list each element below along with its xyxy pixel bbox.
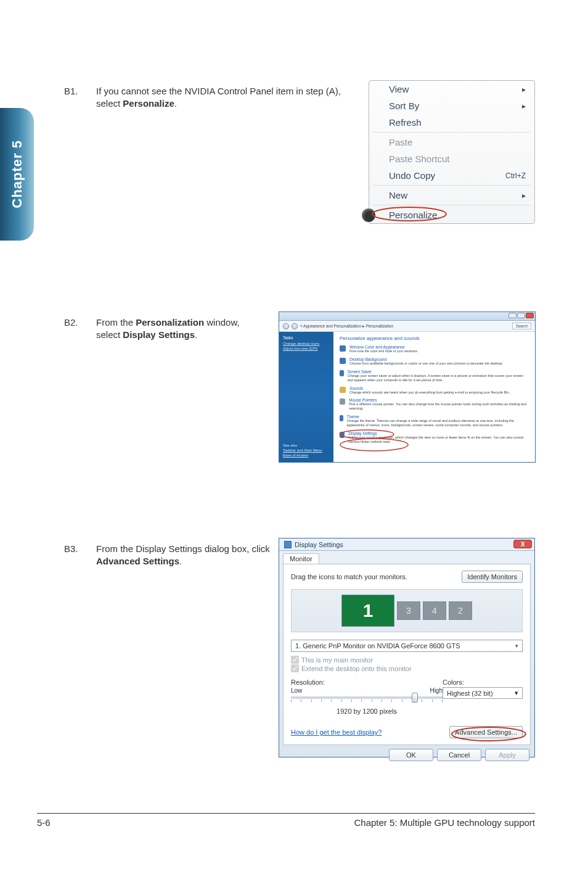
- mouse-pointers-icon: [340, 398, 345, 405]
- monitor-4-icon[interactable]: 4: [423, 601, 446, 620]
- submenu-arrow-icon: ▸: [522, 191, 526, 200]
- ctx-new[interactable]: New▸: [369, 187, 534, 204]
- ctx-refresh[interactable]: Refresh: [369, 114, 534, 131]
- pers-item-window-color[interactable]: Window Color and AppearanceFine tune the…: [340, 345, 529, 353]
- close-button[interactable]: X: [513, 540, 532, 548]
- submenu-arrow-icon: ▸: [522, 85, 526, 94]
- step-b3-num: B3.: [64, 543, 96, 568]
- sidebar-tasks-header: Tasks: [283, 336, 330, 340]
- personalization-main: Personalize appearance and sounds Window…: [333, 332, 535, 462]
- ctx-separator: [373, 132, 531, 133]
- tab-monitor[interactable]: Monitor: [283, 553, 319, 564]
- display-settings-icon: [340, 432, 345, 438]
- ctx-separator: [373, 185, 531, 186]
- pers-item-desktop-background[interactable]: Desktop BackgroundChoose from available …: [340, 357, 529, 366]
- ok-button[interactable]: OK: [389, 749, 433, 761]
- monitor-select-dropdown[interactable]: 1. Generic PnP Monitor on NVIDIA GeForce…: [291, 640, 523, 652]
- chevron-down-icon: ▾: [515, 643, 518, 649]
- drag-instruction-label: Drag the icons to match your monitors.: [291, 573, 407, 580]
- pers-item-theme[interactable]: ThemeChange the theme. Themes can change…: [340, 415, 529, 427]
- sidebar-link-ease-of-access[interactable]: Ease of Access: [283, 453, 322, 457]
- step-b3: B3. From the Display Settings dialog box…: [64, 543, 275, 568]
- personalization-window: « Appearance and Personalization ▸ Perso…: [279, 311, 536, 463]
- ctx-undo-copy[interactable]: Undo CopyCtrl+Z: [369, 167, 534, 184]
- help-link[interactable]: How do I get the best display?: [291, 728, 382, 736]
- close-button[interactable]: [526, 313, 534, 318]
- resolution-slider[interactable]: Low High 1920 by 1200 pixels: [291, 687, 443, 715]
- pers-item-screen-saver[interactable]: Screen SaverChange your screen saver or …: [340, 369, 529, 382]
- nav-forward-icon[interactable]: [292, 323, 298, 329]
- display-settings-window: Display Settings X Monitor Drag the icon…: [279, 538, 535, 757]
- personalization-nav: « Appearance and Personalization ▸ Perso…: [279, 321, 535, 332]
- submenu-arrow-icon: ▸: [522, 102, 526, 110]
- step-b3-text: From the Display Settings dialog box, cl…: [96, 543, 275, 568]
- footer-chapter-title: Chapter 5: Multiple GPU technology suppo…: [354, 817, 536, 828]
- pointer-icon: [362, 208, 375, 222]
- page-number: 5-6: [37, 817, 51, 828]
- sidebar-see-also-header: See also: [283, 444, 322, 447]
- colors-label: Colors:: [443, 679, 523, 686]
- resolution-label: Resolution:: [291, 679, 325, 686]
- personalization-sidebar: Tasks Change desktop icons Adjust font s…: [279, 332, 333, 462]
- main-monitor-checkbox: This is my main monitor: [291, 656, 523, 664]
- ctx-sort-by[interactable]: Sort By▸: [369, 97, 534, 114]
- chapter-side-tab-label: Chapter 5: [9, 140, 25, 208]
- chapter-side-tab: Chapter 5: [0, 108, 34, 241]
- step-b2: B2. From the Personalization window, sel…: [64, 316, 256, 342]
- step-b1-num: B1.: [64, 85, 96, 110]
- ctx-paste: Paste: [369, 134, 534, 151]
- page-footer: 5-6 Chapter 5: Multiple GPU technology s…: [37, 813, 535, 828]
- identify-monitors-button[interactable]: Identify Monitors: [462, 571, 523, 583]
- display-settings-titlebar: Display Settings X: [279, 538, 534, 551]
- step-b1-text: If you cannot see the NVIDIA Control Pan…: [96, 85, 343, 110]
- step-b1: B1. If you cannot see the NVIDIA Control…: [64, 85, 343, 110]
- sidebar-link-change-desktop-icons[interactable]: Change desktop icons: [283, 342, 330, 345]
- colors-dropdown[interactable]: Highest (32 bit) ▾: [443, 687, 523, 699]
- chevron-down-icon: ▾: [515, 689, 518, 697]
- extend-desktop-checkbox: Extend the desktop onto this monitor: [291, 664, 523, 672]
- ctx-view[interactable]: View▸: [369, 81, 534, 97]
- sounds-icon: [340, 387, 346, 393]
- step-b2-num: B2.: [64, 316, 96, 342]
- maximize-button[interactable]: [517, 313, 525, 318]
- monitor-2-icon[interactable]: 2: [449, 601, 472, 620]
- monitor-arrangement-area[interactable]: 1 3 4 2: [291, 589, 523, 632]
- sidebar-link-adjust-font-size[interactable]: Adjust font size (DPI): [283, 347, 330, 350]
- sidebar-link-taskbar[interactable]: Taskbar and Start Menu: [283, 448, 322, 452]
- pers-item-mouse-pointers[interactable]: Mouse PointersPick a different mouse poi…: [340, 398, 529, 411]
- monitor-3-icon[interactable]: 3: [397, 601, 420, 620]
- apply-button: Apply: [485, 749, 529, 761]
- search-box[interactable]: Search: [512, 323, 531, 329]
- monitor-1-icon[interactable]: 1: [341, 595, 394, 627]
- ctx-personalize[interactable]: Personalize: [369, 207, 534, 223]
- resolution-value: 1920 by 1200 pixels: [291, 708, 443, 715]
- minimize-button[interactable]: [508, 313, 517, 318]
- window-color-icon: [340, 345, 346, 352]
- theme-icon: [340, 415, 343, 421]
- ctx-paste-shortcut: Paste Shortcut: [369, 151, 534, 167]
- cancel-button[interactable]: Cancel: [437, 749, 481, 761]
- context-menu: View▸ Sort By▸ Refresh Paste Paste Short…: [369, 80, 535, 224]
- advanced-settings-button[interactable]: Advanced Settings...: [449, 726, 523, 738]
- display-settings-title-icon: [284, 541, 292, 548]
- screen-saver-icon: [340, 370, 344, 376]
- desktop-background-icon: [340, 358, 346, 364]
- ctx-separator: [373, 205, 531, 205]
- display-settings-title: Display Settings: [295, 541, 343, 548]
- nav-back-icon[interactable]: [283, 323, 289, 329]
- breadcrumb[interactable]: « Appearance and Personalization ▸ Perso…: [300, 324, 510, 329]
- personalization-heading: Personalize appearance and sounds: [340, 336, 529, 341]
- pers-item-display-settings[interactable]: Display Settings Adjust your monitor res…: [340, 431, 529, 444]
- step-b2-text: From the Personalization window, select …: [96, 316, 256, 342]
- personalization-titlebar: [279, 312, 535, 321]
- pers-item-sounds[interactable]: SoundsChange which sounds are heard when…: [340, 386, 529, 395]
